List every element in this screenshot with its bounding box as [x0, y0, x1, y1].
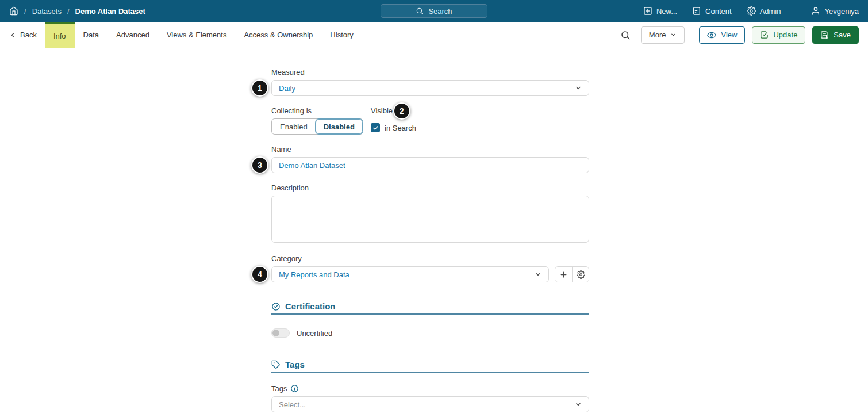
tab-views-elements[interactable]: Views & Elements	[158, 22, 236, 48]
content-file-icon	[692, 6, 701, 16]
tab-access-ownership[interactable]: Access & Ownership	[235, 22, 321, 48]
gear-icon	[747, 6, 756, 16]
visible-in-search-checkbox[interactable]	[371, 123, 380, 132]
update-button-label: Update	[773, 30, 797, 39]
save-button[interactable]: Save	[812, 26, 859, 44]
user-icon	[811, 6, 820, 16]
topbar: / Datasets / Demo Atlan Dataset Search N…	[0, 0, 868, 22]
view-button-label: View	[721, 30, 737, 39]
section-divider	[271, 313, 589, 315]
chevron-down-icon	[575, 401, 582, 408]
tab-history[interactable]: History	[321, 22, 362, 48]
add-category-button[interactable]	[555, 267, 572, 282]
toolbar-search-icon[interactable]	[620, 30, 631, 40]
toolbar-divider	[692, 28, 692, 43]
name-label: Name	[271, 145, 589, 154]
back-button-label: Back	[20, 30, 37, 39]
info-icon[interactable]	[290, 384, 299, 393]
tags-placeholder: Select...	[279, 400, 306, 409]
user-name-label: Yevgeniya	[824, 7, 859, 16]
breadcrumb-current-page: Demo Atlan Dataset	[75, 7, 145, 16]
check-icon	[372, 125, 379, 131]
chevron-down-icon	[575, 85, 582, 91]
back-button[interactable]: Back	[9, 30, 37, 39]
description-label: Description	[271, 183, 589, 192]
category-actions	[555, 266, 589, 282]
gear-icon	[577, 270, 585, 279]
content-button[interactable]: Content	[692, 6, 732, 16]
tab-access-ownership-label: Access & Ownership	[244, 30, 313, 39]
annotation-badge-4: 4	[251, 266, 268, 283]
certification-heading-label: Certification	[285, 301, 336, 311]
tags-heading-label: Tags	[285, 360, 305, 369]
collecting-label: Collecting is	[271, 106, 371, 115]
plus-square-icon	[643, 6, 652, 16]
update-button[interactable]: Update	[752, 26, 805, 44]
category-value: My Reports and Data	[279, 270, 349, 279]
collecting-segmented-control: Enabled Disabled	[271, 118, 363, 135]
certification-section-heading: Certification	[271, 301, 589, 311]
certification-toggle-label: Uncertified	[297, 329, 332, 338]
breadcrumb: / Datasets / Demo Atlan Dataset	[9, 6, 145, 16]
tab-advanced[interactable]: Advanced	[107, 22, 158, 48]
breadcrumb-datasets[interactable]: Datasets	[32, 7, 62, 16]
breadcrumb-separator: /	[67, 7, 70, 16]
breadcrumb-separator: /	[24, 7, 26, 16]
topbar-divider	[796, 6, 796, 16]
section-divider	[271, 372, 589, 373]
toolbar: Back Info Data Advanced Views & Elements…	[0, 22, 868, 48]
toggle-knob	[272, 330, 279, 336]
tab-history-label: History	[330, 30, 353, 39]
new-button[interactable]: New...	[643, 6, 677, 16]
certification-toggle[interactable]	[271, 328, 290, 338]
visible-in-search-label: in Search	[385, 124, 416, 132]
tab-data-label: Data	[83, 30, 99, 39]
tab-data[interactable]: Data	[75, 22, 107, 48]
save-icon	[820, 30, 829, 39]
user-menu[interactable]: Yevgeniya	[811, 6, 859, 16]
chevron-down-icon	[670, 32, 677, 38]
measured-label: Measured	[271, 68, 589, 77]
annotation-badge-2: 2	[393, 102, 410, 120]
view-button[interactable]: View	[699, 26, 745, 44]
certification-badge-icon	[271, 302, 281, 311]
check-square-icon	[760, 30, 769, 39]
global-search-label: Search	[428, 7, 452, 16]
tab-views-elements-label: Views & Elements	[167, 30, 227, 39]
annotation-badge-1: 1	[251, 79, 268, 97]
annotation-badge-3: 3	[251, 156, 268, 174]
description-textarea[interactable]	[271, 196, 589, 243]
more-button-label: More	[649, 30, 666, 39]
tab-info-label: Info	[53, 32, 66, 40]
content-button-label: Content	[705, 7, 732, 16]
category-settings-button[interactable]	[572, 267, 589, 282]
search-icon	[416, 7, 424, 15]
tag-icon	[271, 360, 281, 369]
collecting-enabled-button[interactable]: Enabled	[272, 119, 316, 134]
measured-value: Daily	[279, 84, 295, 93]
measured-select[interactable]: Daily	[271, 80, 589, 96]
tags-section-heading: Tags	[271, 360, 589, 369]
more-button[interactable]: More	[641, 26, 685, 44]
tab-bar: Info Data Advanced Views & Elements Acce…	[45, 22, 362, 48]
category-label: Category	[271, 254, 589, 263]
collecting-disabled-button[interactable]: Disabled	[316, 119, 363, 134]
tags-select[interactable]: Select...	[271, 396, 589, 412]
tab-advanced-label: Advanced	[116, 30, 149, 39]
chevron-left-icon	[9, 32, 16, 39]
home-icon[interactable]	[9, 6, 18, 16]
category-select[interactable]: My Reports and Data	[271, 266, 549, 282]
global-search[interactable]: Search	[381, 4, 487, 18]
tab-info[interactable]: Info	[45, 22, 75, 48]
dataset-form: Measured 1 Daily Collecting is Enabled D…	[271, 48, 589, 412]
new-button-label: New...	[656, 7, 677, 16]
name-input[interactable]	[271, 157, 589, 173]
tags-field-label: Tags	[271, 384, 287, 393]
eye-icon	[707, 30, 716, 40]
chevron-down-icon	[535, 271, 541, 278]
admin-button[interactable]: Admin	[747, 6, 781, 16]
toolbar-actions: More View Update Save	[620, 26, 859, 44]
admin-button-label: Admin	[760, 7, 781, 16]
topbar-actions: New... Content Admin Yevgeniya	[643, 6, 859, 16]
plus-icon	[559, 270, 568, 279]
